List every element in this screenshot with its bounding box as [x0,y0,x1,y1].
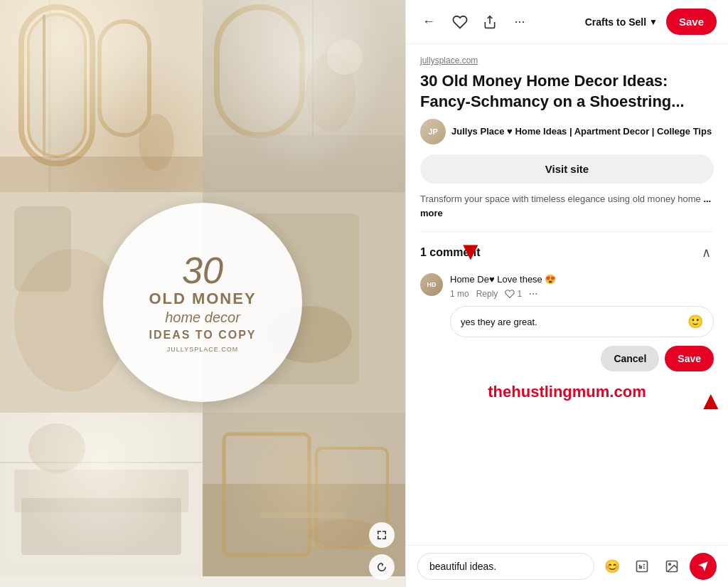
share-button[interactable] [478,11,501,33]
center-overlay: 30 OLD MONEY home decor IDEAS TO COPY JU… [0,192,405,413]
board-name: Crafts to Sell [585,16,646,28]
pin-description: Transform your space with timeless elega… [420,192,714,220]
source-link[interactable]: jullysplace.com [420,55,714,65]
svg-point-13 [327,39,363,75]
image-cell-3 [0,413,203,576]
svg-rect-1 [21,7,92,164]
svg-rect-17 [14,206,71,292]
svg-rect-23 [14,470,188,512]
svg-rect-7 [203,0,405,192]
comment-meta: 1 mo Reply 1 ··· [450,289,714,299]
refresh-icon[interactable] [369,554,395,580]
svg-rect-27 [203,413,405,576]
svg-rect-9 [224,14,295,128]
svg-point-25 [28,423,85,473]
like-button[interactable]: 1 [505,289,522,299]
reply-input[interactable] [461,317,682,327]
author-info: Jullys Place ♥ Home Ideas | Apartment De… [451,126,712,138]
collapse-comments-button[interactable]: ∧ [699,242,714,263]
svg-rect-24 [21,498,181,555]
save-button[interactable]: Save [666,9,717,35]
send-button[interactable] [690,553,717,580]
save-reply-button[interactable]: Save [665,346,714,371]
circle-line2: home decor [165,309,240,326]
content-area: jullysplace.com 30 Old Money Home Decor … [406,44,728,545]
comment-text: Home De♥ Love these 😍 [450,273,714,286]
svg-point-12 [306,53,355,132]
reply-emoji-button[interactable]: 🙂 [687,314,703,329]
comments-header: 1 comment ∧ [420,242,714,263]
svg-rect-32 [259,512,345,518]
svg-rect-29 [224,434,309,555]
bottom-input-area: 😊 [406,545,728,587]
expand-icon[interactable] [369,522,395,548]
heart-button[interactable] [449,11,471,33]
gif-button[interactable] [630,554,654,578]
author-row: Jullys Place ♥ Home Ideas | Apartment De… [420,119,714,144]
visit-site-button[interactable]: Visit site [420,154,714,184]
reply-actions: Cancel Save [450,346,714,371]
author-name[interactable]: Jullys Place ♥ Home Ideas | Apartment De… [451,126,712,138]
circle-number: 30 [182,252,223,289]
back-button[interactable]: ← [417,11,440,33]
svg-rect-8 [217,7,302,135]
right-panel: ← ··· Crafts to Sell ▼ Save jull [405,0,728,587]
circle-line3: IDEAS TO COPY [149,329,256,342]
svg-rect-11 [210,139,398,189]
image-panel: 30 OLD MONEY home decor IDEAS TO COPY JU… [0,0,405,587]
board-selector[interactable]: Crafts to Sell ▼ [585,16,658,28]
comment-item: HD Home De♥ Love these 😍 1 mo Reply 1 [420,273,714,299]
svg-rect-3 [100,21,149,135]
comment-body: Home De♥ Love these 😍 1 mo Reply 1 ··· [450,273,714,299]
image-grid: 30 OLD MONEY home decor IDEAS TO COPY JU… [0,0,405,587]
cancel-reply-button[interactable]: Cancel [601,346,659,371]
svg-rect-2 [28,14,85,157]
watermark: thehustlingmum.com [420,383,714,401]
board-chevron: ▼ [649,17,658,27]
top-bar: ← ··· Crafts to Sell ▼ Save [406,0,728,44]
author-avatar[interactable] [420,119,446,144]
comment-more-button[interactable]: ··· [529,289,538,299]
comment-emoji-button[interactable]: 😊 [600,554,624,578]
comment-avatar[interactable]: HD [420,273,443,296]
svg-rect-22 [7,420,196,562]
action-icons: ··· [449,11,577,33]
svg-point-36 [669,564,671,566]
image-button[interactable] [660,554,684,578]
svg-point-5 [139,114,174,171]
circle-website: JULLYSPLACE.COM [167,346,238,353]
comments-count: 1 comment [420,246,480,259]
comment-input[interactable] [417,553,594,580]
svg-rect-0 [0,0,203,192]
comments-section: 1 comment ∧ HD Home De♥ Love these 😍 1 m… [420,231,714,401]
image-cell-2 [203,0,405,192]
comment-time: 1 mo [450,289,469,299]
svg-rect-10 [203,135,405,192]
pin-title: 30 Old Money Home Decor Ideas: Fancy-Sch… [420,71,714,112]
svg-rect-21 [0,413,203,576]
image-cell-4 [203,413,405,576]
circle-text-overlay: 30 OLD MONEY home decor IDEAS TO COPY JU… [103,203,302,402]
reply-box[interactable]: 🙂 [450,306,714,337]
image-cell-1 [0,0,203,192]
circle-line1: OLD MONEY [149,290,256,307]
reply-button[interactable]: Reply [476,289,498,299]
more-options-button[interactable]: ··· [508,11,531,33]
svg-rect-6 [0,157,203,192]
